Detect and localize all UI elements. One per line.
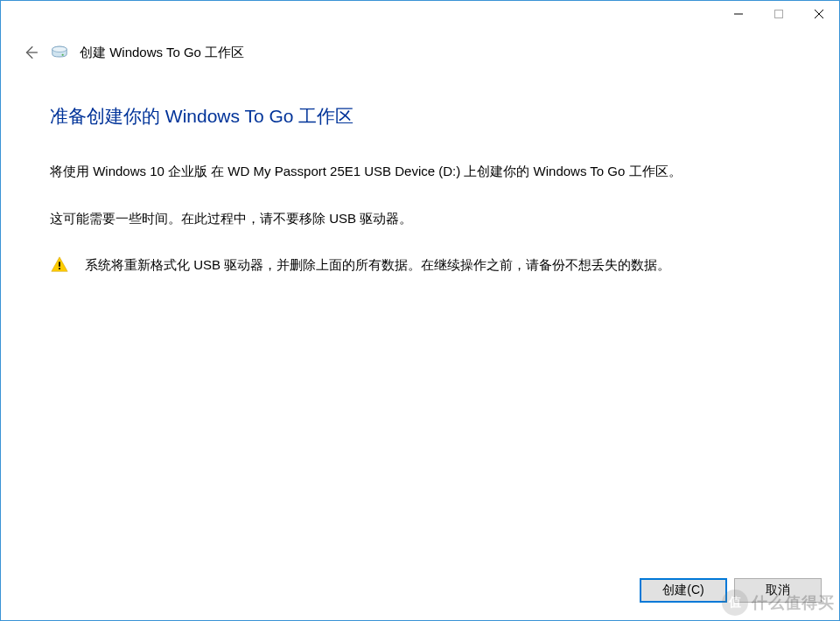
minimize-button[interactable] <box>718 1 759 27</box>
titlebar-controls <box>718 1 839 27</box>
close-icon <box>815 10 823 18</box>
create-button[interactable]: 创建(C) <box>640 578 727 603</box>
titlebar <box>1 1 839 29</box>
svg-point-7 <box>62 54 64 56</box>
header-title: 创建 Windows To Go 工作区 <box>80 45 244 61</box>
svg-point-6 <box>52 46 67 52</box>
warning-row: 系统将重新格式化 USB 驱动器，并删除上面的所有数据。在继续操作之前，请备份不… <box>50 254 790 276</box>
content-area: 准备创建你的 Windows To Go 工作区 将使用 Windows 10 … <box>1 69 839 564</box>
description-text-1: 将使用 Windows 10 企业版 在 WD My Passport 25E1… <box>50 160 790 183</box>
back-button[interactable] <box>22 44 39 61</box>
cancel-button[interactable]: 取消 <box>734 578 822 603</box>
warning-text: 系统将重新格式化 USB 驱动器，并删除上面的所有数据。在继续操作之前，请备份不… <box>85 254 670 276</box>
close-button[interactable] <box>799 1 839 27</box>
svg-rect-8 <box>59 262 60 267</box>
drive-icon <box>50 43 69 62</box>
minimize-icon <box>734 10 743 18</box>
maximize-icon <box>774 10 783 18</box>
description-text-2: 这可能需要一些时间。在此过程中，请不要移除 USB 驱动器。 <box>50 207 790 230</box>
svg-rect-9 <box>59 268 60 269</box>
footer: 创建(C) 取消 <box>1 564 839 620</box>
back-arrow-icon <box>23 45 38 60</box>
maximize-button <box>759 1 799 27</box>
warning-icon <box>50 255 69 275</box>
svg-rect-1 <box>775 10 783 18</box>
wizard-window: 创建 Windows To Go 工作区 准备创建你的 Windows To G… <box>0 0 840 621</box>
header-row: 创建 Windows To Go 工作区 <box>1 29 839 69</box>
main-heading: 准备创建你的 Windows To Go 工作区 <box>50 104 790 129</box>
